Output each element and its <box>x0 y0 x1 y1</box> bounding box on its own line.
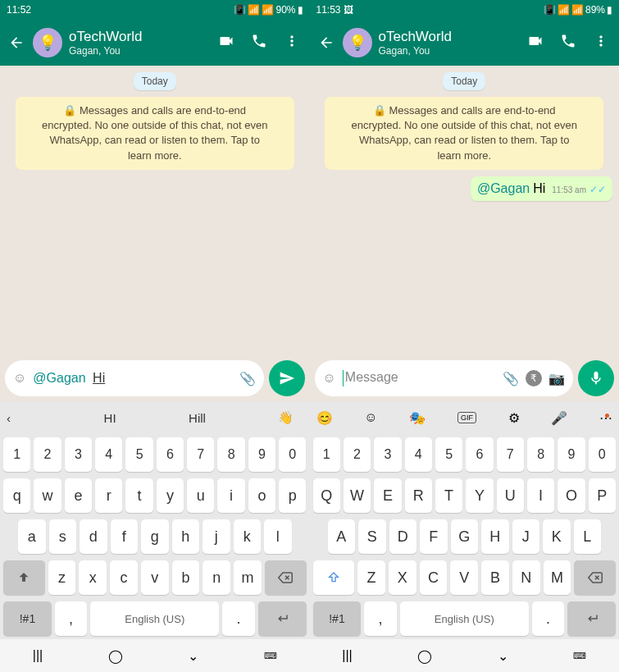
key-4[interactable]: 4 <box>405 437 432 472</box>
nav-recents[interactable]: ||| <box>33 648 43 663</box>
key-r[interactable]: r <box>95 478 122 513</box>
back-button[interactable] <box>316 33 336 53</box>
menu-icon[interactable] <box>593 33 609 53</box>
key-s[interactable]: S <box>358 519 386 554</box>
key-9[interactable]: 9 <box>558 437 585 472</box>
suggest-emoji[interactable]: 👋 <box>278 410 303 425</box>
video-call-icon[interactable] <box>527 33 544 53</box>
key-2[interactable]: 2 <box>34 437 61 472</box>
more-icon[interactable]: ⋯ <box>599 410 612 426</box>
suggest-1[interactable]: HI <box>104 411 116 425</box>
key-l[interactable]: l <box>264 519 292 554</box>
video-call-icon[interactable] <box>218 33 234 53</box>
key-t[interactable]: T <box>435 478 462 513</box>
key-c[interactable]: C <box>420 560 448 595</box>
nav-back[interactable]: ⌄ <box>498 648 508 664</box>
key-m[interactable]: M <box>544 560 571 595</box>
key-k[interactable]: K <box>543 519 571 554</box>
key-x[interactable]: x <box>79 560 107 595</box>
outgoing-message[interactable]: @Gagan Hi 11:53 am ✓✓ <box>471 176 612 201</box>
key-period[interactable]: . <box>222 601 254 636</box>
key-2[interactable]: 2 <box>344 437 371 472</box>
key-j[interactable]: J <box>512 519 540 554</box>
key-e[interactable]: e <box>65 478 92 513</box>
key-m[interactable]: m <box>234 560 262 595</box>
key-space[interactable]: English (US) <box>90 601 219 636</box>
key-shift-active[interactable] <box>313 560 355 595</box>
key-d[interactable]: D <box>389 519 417 554</box>
key-3[interactable]: 3 <box>65 437 92 472</box>
key-5[interactable]: 5 <box>435 437 462 472</box>
key-g[interactable]: g <box>141 519 169 554</box>
key-comma[interactable]: , <box>55 601 87 636</box>
key-a[interactable]: A <box>328 519 356 554</box>
suggest-2[interactable]: Hill <box>189 411 206 425</box>
key-enter[interactable] <box>258 601 307 636</box>
key-h[interactable]: H <box>481 519 509 554</box>
key-v[interactable]: V <box>450 560 478 595</box>
key-o[interactable]: o <box>248 478 275 513</box>
key-l[interactable]: L <box>574 519 602 554</box>
key-p[interactable]: p <box>279 478 306 513</box>
key-u[interactable]: u <box>187 478 214 513</box>
attach-icon[interactable]: 📎 <box>503 371 519 386</box>
key-shift[interactable] <box>3 560 45 595</box>
key-7[interactable]: 7 <box>187 437 214 472</box>
key-h[interactable]: h <box>172 519 200 554</box>
key-symbols[interactable]: !#1 <box>313 601 362 636</box>
emoji-icon[interactable]: ☺ <box>13 371 26 386</box>
nav-home[interactable]: ◯ <box>417 648 432 664</box>
key-t[interactable]: t <box>125 478 152 513</box>
key-3[interactable]: 3 <box>374 437 401 472</box>
key-v[interactable]: v <box>141 560 169 595</box>
encryption-notice[interactable]: 🔒 Messages and calls are end-to-end encr… <box>325 97 603 170</box>
key-c[interactable]: c <box>110 560 138 595</box>
key-g[interactable]: G <box>451 519 479 554</box>
key-8[interactable]: 8 <box>217 437 244 472</box>
back-button[interactable] <box>7 33 26 53</box>
header-info[interactable]: oTechWorld Gagan, You <box>379 29 521 57</box>
nav-keyboard[interactable]: ⌨ <box>264 651 277 661</box>
key-j[interactable]: j <box>203 519 230 554</box>
header-info[interactable]: oTechWorld Gagan, You <box>69 29 212 57</box>
key-space[interactable]: English (US) <box>400 601 529 636</box>
group-avatar[interactable]: 💡 <box>343 28 372 57</box>
key-x[interactable]: X <box>389 560 416 595</box>
emoji-kb-icon[interactable]: ☺ <box>364 410 377 425</box>
key-i[interactable]: i <box>217 478 244 513</box>
key-o[interactable]: O <box>558 478 585 513</box>
encryption-notice[interactable]: 🔒 Messages and calls are end-to-end encr… <box>16 97 294 170</box>
key-z[interactable]: z <box>48 560 76 595</box>
key-q[interactable]: Q <box>313 478 340 513</box>
emoji-icon[interactable]: ☺ <box>323 371 336 386</box>
sticker-icon[interactable]: 😊 <box>316 410 333 426</box>
attach-icon[interactable]: 📎 <box>239 371 256 386</box>
key-5[interactable]: 5 <box>125 437 152 472</box>
settings-icon[interactable]: ⚙ <box>508 410 520 426</box>
gif-icon[interactable]: GIF <box>457 412 476 423</box>
key-f[interactable]: f <box>111 519 139 554</box>
key-6[interactable]: 6 <box>466 437 493 472</box>
key-8[interactable]: 8 <box>527 437 554 472</box>
key-0[interactable]: 0 <box>589 437 616 472</box>
key-backspace[interactable] <box>574 560 616 595</box>
key-d[interactable]: d <box>80 519 107 554</box>
key-w[interactable]: w <box>34 478 61 513</box>
key-u[interactable]: U <box>497 478 524 513</box>
key-k[interactable]: k <box>234 519 262 554</box>
key-p[interactable]: P <box>589 478 616 513</box>
key-r[interactable]: R <box>405 478 432 513</box>
key-q[interactable]: q <box>3 478 30 513</box>
group-avatar[interactable]: 💡 <box>33 28 62 57</box>
voice-call-icon[interactable] <box>560 33 576 53</box>
key-0[interactable]: 0 <box>279 437 306 472</box>
key-f[interactable]: F <box>420 519 448 554</box>
send-button[interactable] <box>269 360 305 396</box>
nav-keyboard[interactable]: ⌨ <box>573 651 586 661</box>
key-1[interactable]: 1 <box>313 437 340 472</box>
key-9[interactable]: 9 <box>248 437 275 472</box>
key-b[interactable]: B <box>481 560 509 595</box>
message-input[interactable]: ☺ @Gagan Hi 📎 <box>5 360 264 396</box>
mic-kb-icon[interactable]: 🎤 <box>551 410 567 426</box>
nav-home[interactable]: ◯ <box>108 648 123 664</box>
